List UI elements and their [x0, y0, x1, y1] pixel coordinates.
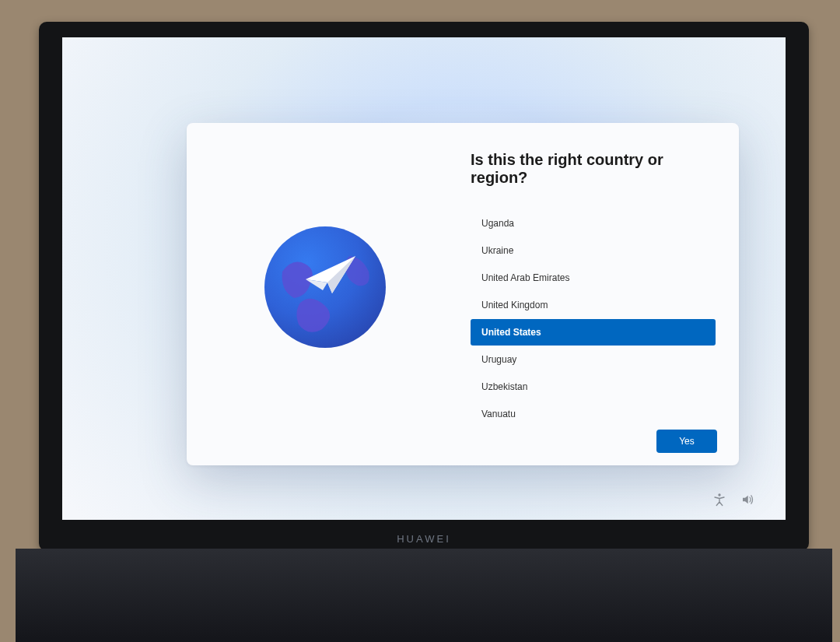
- svg-point-0: [264, 226, 386, 348]
- laptop-brand-label: HUAWEI: [397, 533, 451, 545]
- region-list[interactable]: UgandaUkraineUnited Arab EmiratesUnited …: [471, 210, 716, 428]
- laptop-frame: Is this the right country or region? Uga…: [16, 0, 832, 642]
- region-item[interactable]: United States: [471, 319, 716, 346]
- region-item[interactable]: Vanuatu: [471, 401, 716, 427]
- region-item[interactable]: Uganda: [471, 210, 716, 237]
- accessibility-icon[interactable]: [712, 493, 726, 507]
- region-item[interactable]: Uruguay: [471, 346, 716, 373]
- oobe-card: Is this the right country or region? Uga…: [187, 123, 739, 465]
- region-item[interactable]: United Arab Emirates: [471, 265, 716, 291]
- card-body: Is this the right country or region? Uga…: [187, 123, 739, 428]
- page-title: Is this the right country or region?: [471, 151, 716, 187]
- illustration-pane: [187, 123, 463, 428]
- region-item[interactable]: Ukraine: [471, 237, 716, 264]
- region-item[interactable]: Uzbekistan: [471, 374, 716, 400]
- keyboard-deck: [16, 549, 832, 642]
- region-item[interactable]: United Kingdom: [471, 292, 716, 318]
- oobe-utility-icons: [712, 493, 754, 507]
- windows-oobe-screen: Is this the right country or region? Uga…: [62, 37, 786, 520]
- svg-point-4: [718, 493, 720, 496]
- screen-bezel: Is this the right country or region? Uga…: [39, 22, 809, 551]
- volume-icon[interactable]: [740, 493, 754, 507]
- globe-paper-plane-icon: [263, 225, 387, 349]
- confirm-button[interactable]: Yes: [656, 430, 717, 453]
- content-pane: Is this the right country or region? Uga…: [463, 123, 739, 428]
- card-footer: Yes: [187, 428, 739, 465]
